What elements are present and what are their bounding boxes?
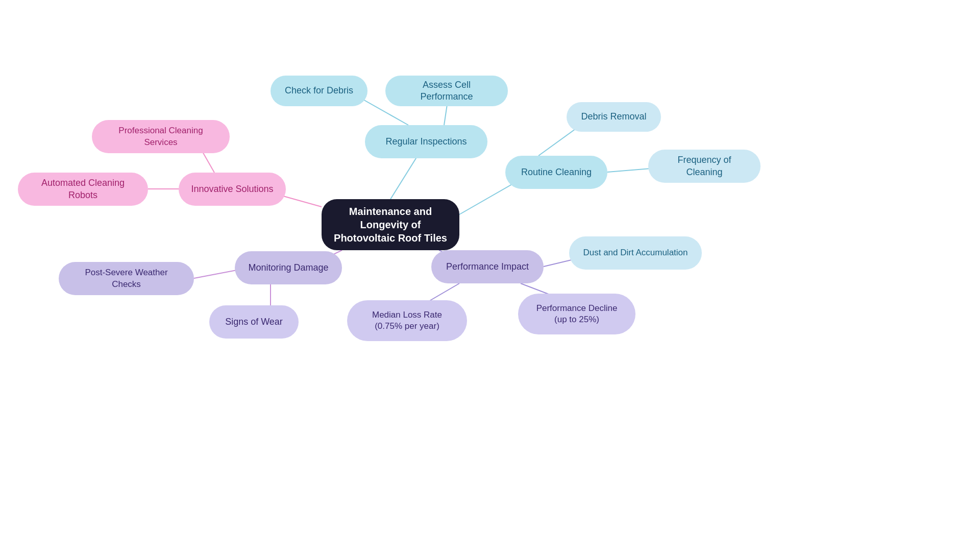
post-severe-weather-checks-node: Post-Severe Weather Checks (59, 262, 194, 295)
monitoring-damage-node: Monitoring Damage (235, 251, 342, 284)
regular-inspections-node: Regular Inspections (365, 125, 487, 158)
signs-of-wear-node: Signs of Wear (209, 305, 299, 339)
professional-cleaning-services-node: Professional Cleaning Services (92, 120, 230, 153)
routine-cleaning-node: Routine Cleaning (505, 156, 607, 189)
svg-line-13 (429, 283, 459, 301)
innovative-solutions-node: Innovative Solutions (179, 173, 286, 206)
performance-decline-node: Performance Decline (up to 25%) (518, 294, 635, 334)
debris-removal-node: Debris Removal (567, 102, 661, 132)
automated-cleaning-robots-node: Automated Cleaning Robots (18, 173, 148, 206)
assess-cell-performance-node: Assess Cell Performance (385, 76, 508, 106)
performance-impact-node: Performance Impact (431, 250, 544, 283)
median-loss-rate-node: Median Loss Rate (0.75% per year) (347, 300, 467, 341)
center-node: Maintenance and Longevity ofPhotovoltaic… (322, 199, 459, 250)
check-for-debris-node: Check for Debris (271, 76, 368, 106)
frequency-of-cleaning-node: Frequency of Cleaning (648, 150, 761, 183)
dust-and-dirt-node: Dust and Dirt Accumulation (569, 236, 702, 270)
